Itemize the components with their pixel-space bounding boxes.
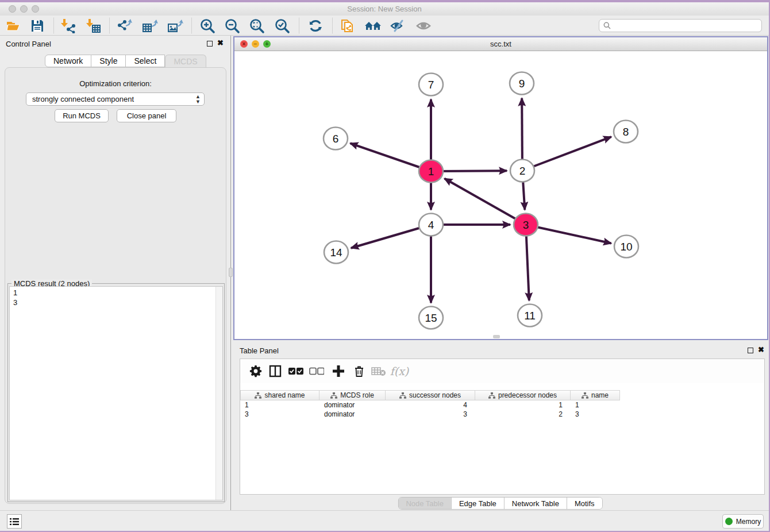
export-network-icon[interactable] — [116, 17, 133, 34]
export-table-icon[interactable] — [141, 17, 159, 34]
zoom-selected-icon[interactable] — [274, 17, 291, 34]
zoom-out-icon[interactable] — [224, 17, 241, 34]
table-tabs: Node Table Edge Table Network Table Moti… — [398, 497, 602, 510]
graph-node-4[interactable]: 4 — [419, 214, 443, 236]
table-float-panel-icon[interactable] — [748, 348, 753, 353]
tab-select[interactable]: Select — [126, 55, 165, 67]
tab-motifs[interactable]: Motifs — [567, 498, 602, 509]
show-panels-icon[interactable] — [415, 17, 432, 34]
column-label: predecessor nodes — [498, 391, 557, 399]
canvas-splitter-handle[interactable] — [493, 335, 500, 338]
delete-table-icon[interactable] — [371, 364, 386, 379]
table-close-panel-icon[interactable]: ✖ — [758, 345, 764, 354]
first-neighbors-icon[interactable] — [364, 17, 382, 34]
tab-mcds[interactable]: MCDS — [165, 55, 206, 67]
graph-node-10[interactable]: 10 — [614, 236, 638, 258]
graph-node-3[interactable]: 3 — [514, 214, 538, 236]
export-image-icon[interactable] — [167, 17, 184, 34]
table-cell[interactable]: 4 — [386, 400, 475, 410]
tab-network-table[interactable]: Network Table — [504, 498, 567, 509]
hierarchy-icon — [582, 392, 588, 399]
table-cell[interactable]: dominator — [319, 410, 386, 419]
node-label: 8 — [623, 126, 629, 138]
control-panel: Control Panel ✖ Network Style Select MCD… — [0, 36, 231, 510]
function-icon[interactable]: f(x) — [388, 364, 410, 379]
node-label: 7 — [428, 79, 434, 91]
result-scrollbar[interactable] — [215, 287, 222, 500]
tab-edge-table[interactable]: Edge Table — [451, 498, 504, 509]
column-header-predecessor-nodes[interactable]: predecessor nodes — [475, 390, 571, 400]
tab-node-table[interactable]: Node Table — [398, 498, 451, 509]
columns-icon[interactable] — [268, 364, 283, 379]
import-network-icon[interactable] — [60, 17, 77, 34]
delete-icon[interactable] — [352, 364, 367, 379]
graph-node-1[interactable]: 1 — [419, 160, 443, 183]
column-header-MCDS-role[interactable]: MCDS role — [319, 390, 386, 400]
tab-network[interactable]: Network — [45, 55, 91, 67]
column-header-shared-name[interactable]: shared name — [240, 390, 319, 400]
zoom-fit-icon[interactable] — [248, 17, 265, 34]
deselect-all-icon[interactable] — [309, 364, 324, 379]
node-label: 1 — [428, 165, 434, 178]
close-panel-icon[interactable]: ✖ — [217, 38, 224, 47]
node-label: 6 — [333, 133, 339, 145]
duplicate-network-icon[interactable] — [339, 17, 356, 34]
zoom-in-icon[interactable] — [199, 17, 216, 34]
table-panel: Table Panel ✖ — [232, 340, 769, 510]
open-folder-icon[interactable] — [5, 17, 22, 34]
table-cell[interactable]: 3 — [386, 410, 475, 419]
node-label: 11 — [524, 310, 536, 322]
search-field[interactable] — [599, 19, 762, 32]
vertical-splitter-handle[interactable] — [229, 268, 233, 277]
graph-node-15[interactable]: 15 — [419, 307, 443, 329]
tab-style[interactable]: Style — [91, 55, 126, 67]
mcds-result-group: MCDS result (2 nodes) 1 3 — [7, 283, 225, 502]
node-label: 14 — [330, 246, 342, 259]
graph-node-7[interactable]: 7 — [419, 74, 443, 96]
add-icon[interactable] — [331, 364, 346, 379]
refresh-icon[interactable] — [307, 17, 324, 34]
network-window-title: scc.txt — [234, 40, 767, 48]
node-label: 9 — [519, 78, 525, 90]
table-row[interactable]: 1dominator411 — [240, 400, 764, 410]
graph-node-2[interactable]: 2 — [510, 160, 534, 182]
graph-node-6[interactable]: 6 — [324, 128, 348, 150]
float-panel-icon[interactable] — [207, 41, 213, 47]
graph-node-8[interactable]: 8 — [614, 121, 638, 143]
window-title: Session: New Session — [0, 5, 769, 13]
search-input[interactable] — [613, 20, 761, 32]
close-panel-button[interactable]: Close panel — [117, 109, 176, 122]
graph-node-9[interactable]: 9 — [510, 72, 534, 95]
gear-icon[interactable] — [248, 364, 263, 379]
column-header-successor-nodes[interactable]: successor nodes — [386, 390, 475, 400]
table-cell[interactable]: 1 — [240, 400, 319, 410]
hide-panels-icon[interactable] — [390, 17, 407, 34]
table-cell[interactable]: 2 — [475, 410, 571, 419]
table-cell[interactable]: 1 — [571, 400, 620, 410]
edge-3-1[interactable] — [445, 179, 526, 225]
edge-1-6[interactable] — [351, 143, 431, 171]
graph-node-11[interactable]: 11 — [518, 304, 542, 327]
mcds-result-list[interactable]: 1 3 — [9, 286, 223, 500]
table-row[interactable]: 3dominator323 — [240, 410, 764, 419]
memory-button[interactable]: Memory — [722, 514, 764, 529]
node-label: 2 — [519, 165, 526, 177]
node-label: 10 — [620, 241, 632, 253]
table-cell[interactable]: 3 — [240, 410, 319, 419]
network-canvas[interactable]: 7968124314101511 — [234, 52, 767, 339]
task-history-button[interactable] — [7, 514, 22, 529]
edge-3-10[interactable] — [526, 225, 611, 243]
import-table-icon[interactable] — [85, 17, 102, 34]
select-all-icon[interactable] — [288, 364, 303, 379]
control-panel-tabs: Network Style Select MCDS — [45, 55, 206, 67]
edge-2-8[interactable] — [522, 137, 611, 171]
criterion-select[interactable]: strongly connected component ▲▼ — [26, 92, 205, 106]
graph-node-14[interactable]: 14 — [324, 241, 348, 264]
save-icon[interactable] — [29, 17, 46, 34]
table-cell[interactable]: 1 — [475, 400, 571, 410]
network-window-titlebar[interactable]: × − + scc.txt — [234, 37, 767, 51]
table-cell[interactable]: 3 — [571, 410, 620, 419]
run-mcds-button[interactable]: Run MCDS — [55, 109, 109, 122]
table-cell[interactable]: dominator — [319, 400, 386, 410]
column-header-name[interactable]: name — [571, 390, 620, 400]
